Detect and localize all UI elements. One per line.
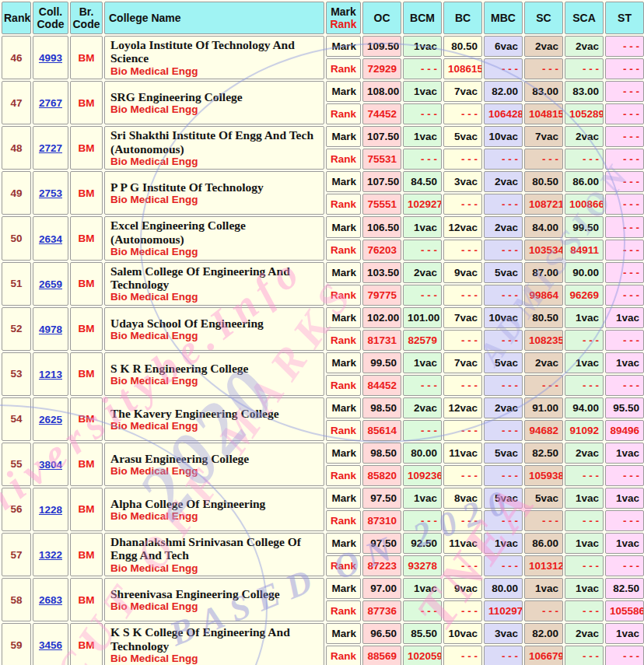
- rank-label: Rank: [326, 420, 361, 441]
- header-br-code: Br. Code: [70, 2, 103, 34]
- college-row-mark: 472767BMSRG Engineering CollegeBio Medic…: [2, 81, 644, 102]
- mark-sca: 2vac: [565, 36, 604, 57]
- mark-bc: 9vac: [443, 578, 482, 599]
- rank-sca: - - -: [565, 330, 604, 351]
- mark-label: Mark: [326, 307, 361, 328]
- mark-bcm: 2vac: [403, 262, 442, 283]
- mark-st: 82.50: [605, 578, 644, 599]
- college-code-link[interactable]: 2767: [39, 97, 62, 109]
- rank-mbc: - - -: [484, 646, 523, 665]
- branch-name: Bio Medical Engg: [110, 246, 320, 258]
- mark-mbc: 5vac: [484, 262, 523, 283]
- college-code-cell: 2659: [33, 262, 68, 306]
- rank-label: Rank: [326, 465, 361, 486]
- college-name-cell: Alpha College Of EngineeringBio Medical …: [104, 488, 324, 531]
- branch-code-cell: BM: [70, 623, 103, 665]
- college-code-cell: 2625: [33, 397, 68, 441]
- college-row-mark: 492753BMP P G Institute Of TechnologyBio…: [2, 171, 644, 192]
- college-row-mark: 593456BMK S K College Of Engineering And…: [2, 623, 644, 644]
- rank-cell: 47: [2, 81, 31, 124]
- rank-bc: - - -: [443, 510, 482, 531]
- mark-bcm: 1vac: [403, 126, 442, 147]
- mark-mbc: 1vac: [484, 533, 523, 554]
- branch-name: Bio Medical Engg: [110, 653, 320, 665]
- rank-bcm: - - -: [403, 420, 442, 441]
- mark-sc: 86.00: [524, 533, 563, 554]
- header-mark-rank: Mark Rank: [326, 2, 361, 34]
- rank-bcm: 109236: [403, 465, 442, 486]
- mark-st: - - -: [605, 216, 644, 237]
- rank-oc: 72929: [362, 58, 401, 79]
- mark-sca: 86.00: [565, 171, 604, 192]
- header-coll-code: Coll. Code: [33, 2, 68, 34]
- rank-oc: 87223: [362, 555, 401, 576]
- branch-code-cell: BM: [70, 307, 103, 351]
- rank-sca: - - -: [565, 600, 604, 621]
- branch-code-cell: BM: [70, 397, 103, 441]
- college-code-link[interactable]: 2634: [39, 233, 62, 245]
- mark-sc: 84.00: [524, 216, 563, 237]
- mark-bc: 80.50: [443, 36, 482, 57]
- college-code-link[interactable]: 2659: [39, 278, 62, 290]
- branch-name: Bio Medical Engg: [110, 375, 320, 387]
- mark-sca: 2vac: [565, 443, 604, 464]
- mark-label: Mark: [326, 488, 361, 509]
- rank-label: Rank: [326, 149, 361, 170]
- mark-sc: 80.50: [524, 307, 563, 328]
- college-name: Shreenivasa Engineering College: [110, 587, 320, 600]
- header-rank-label: Rank: [330, 18, 356, 30]
- branch-name: Bio Medical Engg: [110, 420, 320, 432]
- college-code-link[interactable]: 2753: [39, 187, 62, 199]
- rank-bc: - - -: [443, 285, 482, 306]
- rank-bcm: 82579: [403, 330, 442, 351]
- mark-sc: 1vac: [524, 578, 563, 599]
- college-code-link[interactable]: 4978: [39, 324, 62, 335]
- college-name: Arasu Engineering College: [110, 452, 320, 465]
- college-name-cell: Udaya School Of EngineeringBio Medical E…: [104, 307, 324, 351]
- mark-bcm: 1vac: [403, 216, 442, 237]
- college-code-link[interactable]: 2625: [39, 414, 62, 425]
- rank-bc: - - -: [443, 600, 482, 621]
- college-code-link[interactable]: 3456: [39, 639, 62, 651]
- rank-cell: 52: [2, 307, 31, 351]
- college-code-link[interactable]: 1228: [39, 504, 62, 516]
- mark-bc: 7vac: [443, 81, 482, 102]
- college-row-mark: 482727BMSri Shakthi Institute Of Engg An…: [2, 126, 644, 147]
- mark-st: 1vac: [605, 533, 644, 554]
- mark-bc: 8vac: [443, 488, 482, 509]
- college-code-cell: 2634: [33, 216, 68, 260]
- college-name: S K R Engineering College: [110, 362, 320, 375]
- college-code-cell: 2753: [33, 171, 68, 215]
- college-code-cell: 1322: [33, 533, 68, 576]
- college-code-link[interactable]: 1322: [39, 549, 62, 561]
- mark-bc: 10vac: [443, 623, 482, 644]
- college-name-cell: Dhanalakshmi Srinivasan College Of Engg …: [104, 533, 324, 576]
- mark-st: 95.50: [605, 397, 644, 418]
- rank-label: Rank: [326, 375, 361, 396]
- college-name-cell: K S K College Of Engineering And Technol…: [104, 623, 324, 665]
- mark-sc: 2vac: [524, 36, 563, 57]
- college-name: SRG Engineering College: [110, 90, 320, 103]
- college-code-cell: 3804: [33, 443, 68, 486]
- rank-sc: 104815: [524, 103, 563, 124]
- mark-bcm: 1vac: [403, 36, 442, 57]
- branch-name: Bio Medical Engg: [110, 465, 320, 478]
- rank-cell: 57: [2, 533, 31, 576]
- mark-sc: 83.00: [524, 81, 563, 102]
- rank-sc: - - -: [524, 375, 563, 396]
- college-code-link[interactable]: 4993: [39, 52, 62, 64]
- rank-mbc: - - -: [484, 510, 523, 531]
- rank-oc: 74452: [362, 103, 401, 124]
- college-code-link[interactable]: 2727: [39, 142, 62, 154]
- rank-cell: 49: [2, 171, 31, 215]
- mark-mbc: 2vac: [484, 397, 523, 418]
- mark-bc: 5vac: [443, 126, 482, 147]
- college-code-link[interactable]: 2683: [39, 594, 62, 606]
- college-code-link[interactable]: 3804: [39, 459, 62, 471]
- mark-sca: 1vac: [565, 533, 604, 554]
- college-name: Loyola Institute Of Technology And Scien…: [110, 38, 320, 65]
- college-code-link[interactable]: 1213: [39, 369, 62, 380]
- mark-label: Mark: [326, 262, 361, 283]
- college-row-mark: 542625BMThe Kavery Engineering CollegeBi…: [2, 397, 644, 418]
- rank-sc: - - -: [524, 600, 563, 621]
